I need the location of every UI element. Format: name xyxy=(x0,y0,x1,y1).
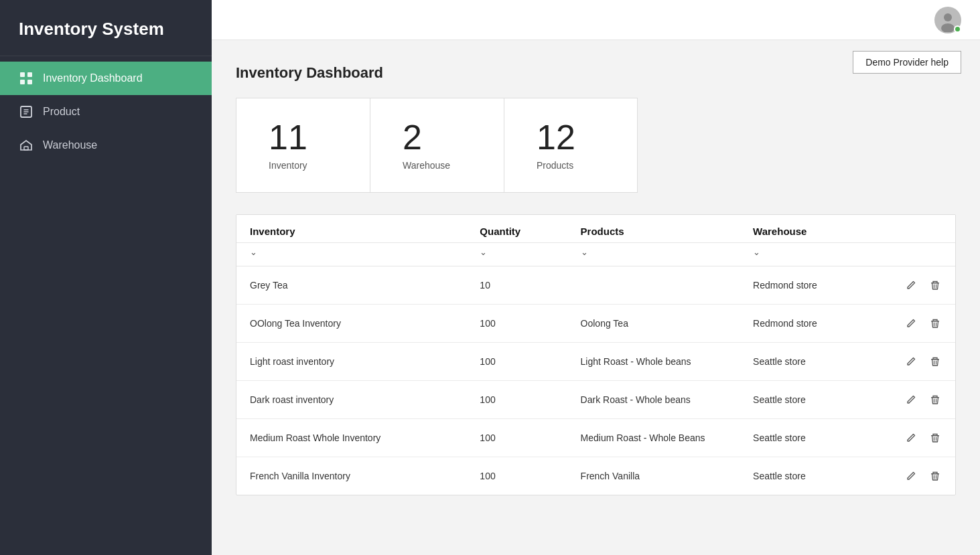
cell-inventory: OOlong Tea Inventory xyxy=(236,305,466,343)
product-icon xyxy=(19,104,33,119)
cell-actions xyxy=(884,305,955,343)
filter-inventory[interactable]: ⌄ xyxy=(236,243,466,266)
cell-inventory: Light roast inventory xyxy=(236,343,466,381)
svg-rect-0 xyxy=(20,72,25,77)
cell-products: Medium Roast - Whole Beans xyxy=(567,419,740,457)
page-title: Inventory Dashboard xyxy=(236,64,956,82)
cell-warehouse: Seattle store xyxy=(740,381,884,419)
stat-number-products: 12 xyxy=(537,120,575,155)
delete-button[interactable] xyxy=(928,355,942,368)
cell-actions xyxy=(884,381,955,419)
sidebar-item-label: Product xyxy=(43,106,80,118)
stat-label-warehouse: Warehouse xyxy=(403,160,450,171)
table-row: Light roast inventory 100 Light Roast - … xyxy=(236,343,955,381)
chevron-down-icon[interactable]: ⌄ xyxy=(581,247,588,257)
col-header-warehouse: Warehouse xyxy=(740,215,884,243)
stat-label-products: Products xyxy=(537,160,573,171)
delete-button[interactable] xyxy=(928,393,942,406)
filter-warehouse[interactable]: ⌄ xyxy=(740,243,884,266)
stat-label-inventory: Inventory xyxy=(269,160,307,171)
inventory-table: Inventory Quantity Products Warehouse ⌄ … xyxy=(236,215,955,495)
app-title: Inventory System xyxy=(0,0,212,56)
stat-number-inventory: 11 xyxy=(269,120,307,155)
edit-button[interactable] xyxy=(904,279,918,292)
table-row: Grey Tea 10 Redmond store xyxy=(236,266,955,305)
cell-warehouse: Seattle store xyxy=(740,419,884,457)
stat-card-warehouse: 2 Warehouse xyxy=(370,98,504,193)
cell-quantity: 10 xyxy=(466,266,567,305)
help-button[interactable]: Demo Provider help xyxy=(853,51,961,74)
delete-button[interactable] xyxy=(928,469,942,483)
col-header-quantity: Quantity xyxy=(466,215,567,243)
svg-rect-1 xyxy=(27,72,32,77)
sidebar-item-inventory-dashboard[interactable]: Inventory Dashboard xyxy=(0,62,212,95)
edit-button[interactable] xyxy=(904,469,918,483)
cell-inventory: Medium Roast Whole Inventory xyxy=(236,419,466,457)
sidebar: Inventory System Inventory Dashboard P xyxy=(0,0,212,555)
cell-inventory: Grey Tea xyxy=(236,266,466,305)
col-header-inventory: Inventory xyxy=(236,215,466,243)
cell-quantity: 100 xyxy=(466,305,567,343)
cell-actions xyxy=(884,419,955,457)
cell-inventory: Dark roast inventory xyxy=(236,381,466,419)
svg-rect-2 xyxy=(20,80,25,84)
chevron-down-icon[interactable]: ⌄ xyxy=(753,247,760,257)
cell-products xyxy=(567,266,740,305)
sidebar-item-product[interactable]: Product xyxy=(0,95,212,129)
svg-point-7 xyxy=(944,13,952,21)
col-header-actions xyxy=(884,215,955,243)
cell-warehouse: Seattle store xyxy=(740,343,884,381)
stat-card-inventory: 11 Inventory xyxy=(236,98,370,193)
delete-button[interactable] xyxy=(928,279,942,292)
cell-actions xyxy=(884,457,955,495)
cell-warehouse: Redmond store xyxy=(740,305,884,343)
cell-warehouse: Redmond store xyxy=(740,266,884,305)
topbar xyxy=(212,0,980,40)
cell-actions xyxy=(884,266,955,305)
main-area: Demo Provider help Inventory Dashboard 1… xyxy=(212,0,980,555)
warehouse-icon xyxy=(19,138,33,153)
sidebar-item-label: Warehouse xyxy=(43,139,97,151)
content-area: Inventory Dashboard 11 Inventory 2 Wareh… xyxy=(212,40,980,555)
table-body: Grey Tea 10 Redmond store xyxy=(236,266,955,495)
inventory-table-wrap: Inventory Quantity Products Warehouse ⌄ … xyxy=(236,214,956,495)
table-row: Medium Roast Whole Inventory 100 Medium … xyxy=(236,419,955,457)
cell-products: Light Roast - Whole beans xyxy=(567,343,740,381)
table-row: Dark roast inventory 100 Dark Roast - Wh… xyxy=(236,381,955,419)
stat-number-warehouse: 2 xyxy=(403,120,422,155)
table-header-row: Inventory Quantity Products Warehouse xyxy=(236,215,955,243)
edit-button[interactable] xyxy=(904,317,918,330)
cell-products: Oolong Tea xyxy=(567,305,740,343)
stats-row: 11 Inventory 2 Warehouse 12 Products xyxy=(236,98,956,193)
cell-actions xyxy=(884,343,955,381)
sidebar-nav: Inventory Dashboard Product Warehouse xyxy=(0,62,212,162)
cell-products: French Vanilla xyxy=(567,457,740,495)
cell-quantity: 100 xyxy=(466,457,567,495)
table-row: OOlong Tea Inventory 100 Oolong Tea Redm… xyxy=(236,305,955,343)
filter-products[interactable]: ⌄ xyxy=(567,243,740,266)
dashboard-icon xyxy=(19,71,33,86)
delete-button[interactable] xyxy=(928,431,942,445)
sidebar-item-warehouse[interactable]: Warehouse xyxy=(0,129,212,162)
cell-quantity: 100 xyxy=(466,343,567,381)
svg-rect-3 xyxy=(27,80,32,84)
sidebar-item-label: Inventory Dashboard xyxy=(43,72,143,84)
edit-button[interactable] xyxy=(904,355,918,368)
table-filter-row: ⌄ ⌄ ⌄ ⌄ xyxy=(236,243,955,266)
cell-quantity: 100 xyxy=(466,381,567,419)
avatar-status xyxy=(954,25,961,33)
col-header-products: Products xyxy=(567,215,740,243)
filter-actions xyxy=(884,243,955,266)
table-row: French Vanilla Inventory 100 French Vani… xyxy=(236,457,955,495)
edit-button[interactable] xyxy=(904,393,918,406)
stat-card-products: 12 Products xyxy=(504,98,638,193)
cell-products: Dark Roast - Whole beans xyxy=(567,381,740,419)
filter-quantity[interactable]: ⌄ xyxy=(466,243,567,266)
cell-warehouse: Seattle store xyxy=(740,457,884,495)
cell-inventory: French Vanilla Inventory xyxy=(236,457,466,495)
delete-button[interactable] xyxy=(928,317,942,330)
chevron-down-icon[interactable]: ⌄ xyxy=(250,247,257,257)
avatar[interactable] xyxy=(934,7,961,33)
chevron-down-icon[interactable]: ⌄ xyxy=(480,247,487,257)
edit-button[interactable] xyxy=(904,431,918,445)
